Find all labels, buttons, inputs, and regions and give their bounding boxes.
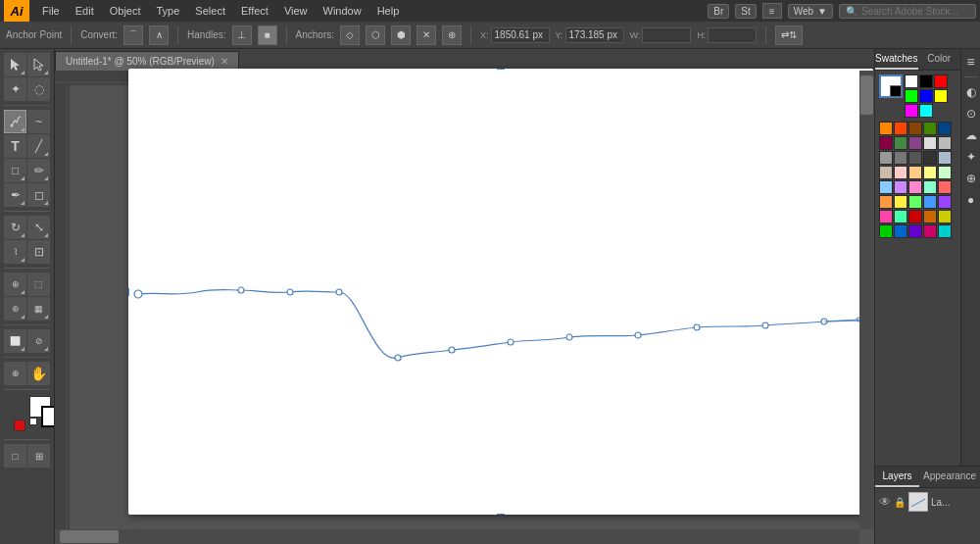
h-scroll-thumb[interactable] [60, 530, 119, 543]
eraser-tool[interactable]: ◻ [27, 183, 50, 207]
active-stroke-swatch[interactable] [890, 85, 902, 97]
transform-btn[interactable]: ⇄⇅ [775, 25, 803, 45]
mini-tool-5[interactable]: ⊕ [962, 170, 980, 187]
handles-btn-1[interactable]: ⊥ [232, 25, 252, 45]
scale-tool[interactable]: ⤡ [27, 216, 50, 239]
swatch-item[interactable] [905, 104, 918, 118]
extra-panel-button[interactable]: ≡ [762, 3, 782, 19]
color-mode-btn[interactable]: □ [4, 444, 26, 468]
mini-tool-2[interactable]: ⊙ [962, 105, 980, 123]
swatch-item[interactable] [894, 224, 907, 238]
tab-close-button[interactable]: ✕ [220, 56, 228, 67]
mini-tool-4[interactable]: ✦ [962, 148, 980, 166]
lasso-tool[interactable]: ◌ [27, 77, 50, 101]
swatch-item[interactable] [894, 136, 907, 150]
x-value-input[interactable] [491, 27, 550, 43]
swatch-item[interactable] [934, 74, 948, 88]
swatch-item[interactable] [908, 210, 922, 223]
swatch-item[interactable] [894, 122, 907, 135]
swatch-item[interactable] [879, 180, 893, 194]
swatch-item[interactable] [894, 180, 907, 194]
menu-select[interactable]: Select [188, 3, 232, 19]
swatch-item[interactable] [938, 151, 952, 165]
active-fill-swatch[interactable] [879, 74, 903, 98]
swatch-item[interactable] [894, 210, 907, 223]
line-tool[interactable]: ╱ [27, 134, 50, 158]
swatch-item[interactable] [879, 166, 893, 179]
mini-tool-6[interactable]: ● [962, 191, 980, 209]
w-value-input[interactable] [642, 27, 691, 43]
rect-tool[interactable]: □ [4, 159, 26, 182]
convert-btn-1[interactable]: ⌒ [123, 25, 143, 45]
swatch-item[interactable] [879, 195, 893, 209]
layer-lock-icon[interactable]: 🔒 [894, 497, 906, 508]
menu-effect[interactable]: Effect [234, 3, 275, 19]
bridge-button[interactable]: Br [708, 4, 729, 19]
slice-tool[interactable]: ⊘ [27, 329, 50, 353]
perspective-tool[interactable]: ⬚ [27, 272, 50, 296]
y-value-input[interactable] [565, 27, 624, 43]
menu-window[interactable]: Window [317, 3, 368, 19]
layer-name[interactable]: La... [931, 497, 950, 508]
direct-selection-tool[interactable] [27, 53, 50, 76]
menu-edit[interactable]: Edit [69, 3, 101, 19]
anchors-btn-1[interactable]: ◇ [340, 25, 360, 45]
h-value-input[interactable] [708, 27, 757, 43]
selection-tool[interactable] [4, 53, 26, 76]
stock-button[interactable]: St [735, 4, 756, 19]
swatch-item[interactable] [908, 224, 922, 238]
horizontal-scrollbar[interactable] [55, 529, 859, 544]
swatch-item[interactable] [905, 89, 918, 103]
swatch-item[interactable] [923, 166, 937, 179]
swatch-item[interactable] [894, 166, 907, 179]
anchors-btn-3[interactable]: ⬢ [391, 25, 411, 45]
symbol-tool[interactable]: ⊛ [4, 297, 26, 321]
mini-tool-1[interactable]: ◐ [962, 83, 980, 101]
menu-view[interactable]: View [277, 3, 315, 19]
swatch-item[interactable] [938, 224, 952, 238]
swatch-item[interactable] [938, 210, 952, 223]
swatch-item[interactable] [908, 166, 922, 179]
swatch-item[interactable] [938, 122, 952, 135]
magic-wand-tool[interactable]: ✦ [4, 77, 26, 101]
swatch-item[interactable] [923, 151, 937, 165]
swatches-tab[interactable]: Swatches [875, 49, 918, 70]
document-tab[interactable]: Untitled-1* @ 50% (RGB/Preview) ✕ [55, 51, 239, 71]
shape-builder-tool[interactable]: ⊕ [4, 272, 26, 296]
free-transform-tool[interactable]: ⊡ [27, 240, 50, 264]
v-scroll-thumb[interactable] [860, 75, 873, 115]
swatch-item[interactable] [879, 210, 893, 223]
type-tool[interactable]: T [4, 134, 26, 158]
rotate-tool[interactable]: ↻ [4, 216, 26, 239]
mini-tool-3[interactable]: ☁ [962, 126, 980, 144]
artboard[interactable] [128, 69, 873, 515]
stroke-color[interactable] [41, 406, 56, 427]
swatch-item[interactable] [879, 136, 893, 150]
swatch-item[interactable] [905, 74, 918, 88]
hand-tool[interactable]: ✋ [27, 362, 50, 385]
swatch-item[interactable] [879, 224, 893, 238]
menu-type[interactable]: Type [150, 3, 187, 19]
screen-mode-btn[interactable]: ⊞ [27, 444, 50, 468]
swatch-item[interactable] [923, 210, 937, 223]
menu-help[interactable]: Help [370, 3, 407, 19]
pencil-tool[interactable]: ✒ [4, 183, 26, 207]
curvature-tool[interactable]: ~ [27, 110, 50, 133]
panel-menu-btn[interactable]: ≡ [962, 53, 980, 71]
workspace-selector[interactable]: Web ▼ [788, 4, 833, 19]
artboard-tool[interactable]: ⬜ [4, 329, 26, 353]
swatch-item[interactable] [908, 122, 922, 135]
layers-tab[interactable]: Layers [875, 467, 919, 487]
swatch-item[interactable] [908, 180, 922, 194]
vertical-scrollbar[interactable] [859, 71, 874, 529]
swatch-item[interactable] [894, 195, 907, 209]
swatch-item[interactable] [938, 136, 952, 150]
color-tab[interactable]: Color [918, 49, 961, 70]
swatch-item[interactable] [938, 166, 952, 179]
swatch-item[interactable] [923, 136, 937, 150]
menu-file[interactable]: File [35, 3, 67, 19]
swatch-item[interactable] [879, 151, 893, 165]
swatch-item[interactable] [923, 122, 937, 135]
swatch-item[interactable] [919, 74, 933, 88]
swatch-item[interactable] [894, 151, 907, 165]
